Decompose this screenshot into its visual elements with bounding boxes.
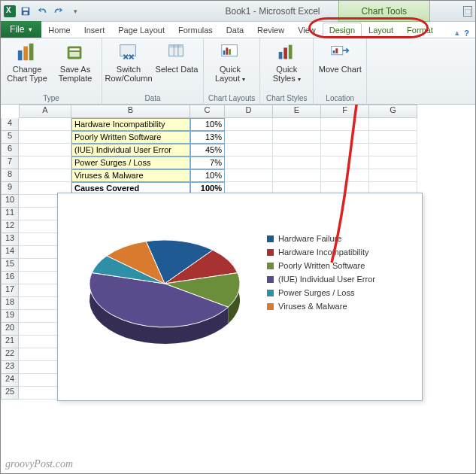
- cell[interactable]: 45%: [190, 144, 225, 156]
- switch-row-column-button[interactable]: Switch Row/Column: [107, 41, 150, 83]
- quick-layout-button[interactable]: Quick Layout ▾: [208, 41, 252, 84]
- cell[interactable]: (IUE) Individual User Error: [71, 144, 190, 156]
- cell[interactable]: [369, 131, 417, 144]
- col-header-D[interactable]: D: [225, 105, 273, 118]
- tab-formulas[interactable]: Formulas: [171, 23, 220, 38]
- row-header[interactable]: 4: [1, 118, 19, 131]
- cell[interactable]: [369, 156, 417, 169]
- save-as-template-button[interactable]: Save As Template: [53, 41, 97, 83]
- row-header[interactable]: 25: [1, 387, 19, 400]
- cell[interactable]: [273, 131, 321, 144]
- row-header[interactable]: 14: [1, 246, 19, 259]
- tab-review[interactable]: Review: [250, 23, 291, 38]
- cell[interactable]: [321, 144, 369, 156]
- redo-icon[interactable]: [52, 5, 65, 18]
- cell[interactable]: Power Surges / Loss: [71, 156, 190, 169]
- col-header-F[interactable]: F: [321, 105, 369, 118]
- row-header[interactable]: 15: [1, 259, 19, 272]
- row-header[interactable]: 22: [1, 348, 19, 361]
- cell[interactable]: [19, 144, 71, 156]
- tab-data[interactable]: Data: [220, 23, 250, 38]
- row-header[interactable]: 5: [1, 131, 19, 144]
- row-header[interactable]: 21: [1, 336, 19, 348]
- cell[interactable]: [273, 118, 321, 131]
- row-header[interactable]: 10: [1, 195, 19, 208]
- cell[interactable]: [19, 169, 71, 182]
- tab-layout[interactable]: Layout: [362, 23, 400, 38]
- row-header[interactable]: 20: [1, 323, 19, 336]
- cell[interactable]: Poorly Written Software: [71, 131, 190, 144]
- quick-styles-button[interactable]: Quick Styles ▾: [265, 41, 308, 84]
- col-header-G[interactable]: G: [369, 105, 417, 118]
- cell[interactable]: [225, 118, 273, 131]
- col-header-A[interactable]: A: [19, 105, 71, 118]
- legend-label: Poorly Written Software: [278, 261, 365, 270]
- tab-design[interactable]: Design: [323, 23, 362, 38]
- cell[interactable]: [273, 156, 321, 169]
- legend-swatch: [267, 263, 274, 269]
- cell[interactable]: [225, 144, 273, 156]
- cell[interactable]: [225, 169, 273, 182]
- cell[interactable]: [225, 131, 273, 144]
- cell[interactable]: [225, 156, 273, 169]
- pie-chart-svg: [82, 231, 247, 351]
- tab-home[interactable]: Home: [41, 23, 77, 38]
- help-icon[interactable]: ?: [464, 29, 469, 38]
- cell[interactable]: [321, 169, 369, 182]
- select-data-icon: [165, 41, 188, 63]
- cell[interactable]: [369, 169, 417, 182]
- cell[interactable]: Viruses & Malware: [71, 169, 190, 182]
- col-header-C[interactable]: C: [190, 105, 225, 118]
- worksheet-area[interactable]: A B C D E F G 45678910111213141516171819…: [1, 105, 475, 400]
- cell[interactable]: [321, 131, 369, 144]
- col-header-E[interactable]: E: [273, 105, 321, 118]
- minimize-ribbon-icon[interactable]: ▴: [455, 28, 459, 38]
- tab-view[interactable]: View: [291, 23, 323, 38]
- row-header[interactable]: 23: [1, 361, 19, 374]
- move-chart-button[interactable]: Move Chart: [318, 41, 362, 74]
- legend-item: Viruses & Malware: [267, 302, 414, 311]
- row-header[interactable]: 6: [1, 144, 19, 156]
- row-header[interactable]: 24: [1, 374, 19, 387]
- cell[interactable]: [19, 118, 71, 131]
- col-header-B[interactable]: B: [71, 105, 190, 118]
- svg-rect-8: [70, 52, 80, 57]
- cell[interactable]: [321, 156, 369, 169]
- row-header[interactable]: 17: [1, 284, 19, 297]
- cell[interactable]: 10%: [190, 169, 225, 182]
- select-data-button[interactable]: Select Data: [155, 41, 199, 74]
- cell[interactable]: [273, 169, 321, 182]
- cell[interactable]: [273, 144, 321, 156]
- row-header[interactable]: 7: [1, 156, 19, 169]
- cell[interactable]: [321, 118, 369, 131]
- row-header[interactable]: 9: [1, 182, 19, 195]
- row-header[interactable]: 8: [1, 169, 19, 182]
- cell[interactable]: Hardware Incompatibility: [71, 118, 190, 131]
- tab-insert[interactable]: Insert: [77, 23, 112, 38]
- save-icon[interactable]: [19, 5, 32, 18]
- row-header[interactable]: 16: [1, 272, 19, 284]
- group-label-layouts: Chart Layouts: [208, 94, 255, 104]
- template-icon: [64, 41, 86, 63]
- tab-page-layout[interactable]: Page Layout: [111, 23, 171, 38]
- change-chart-type-button[interactable]: Change Chart Type: [5, 41, 49, 83]
- row-header[interactable]: 13: [1, 233, 19, 246]
- file-tab[interactable]: File▾: [1, 21, 41, 38]
- cell[interactable]: 7%: [190, 156, 225, 169]
- cell[interactable]: [19, 131, 71, 144]
- row-header[interactable]: 19: [1, 310, 19, 323]
- row-header[interactable]: 18: [1, 297, 19, 310]
- cell[interactable]: [369, 118, 417, 131]
- row-header[interactable]: 12: [1, 220, 19, 233]
- undo-icon[interactable]: [35, 5, 49, 18]
- tab-format[interactable]: Format: [400, 23, 440, 38]
- cell[interactable]: 13%: [190, 131, 225, 144]
- cell[interactable]: [369, 144, 417, 156]
- svg-rect-20: [289, 45, 293, 59]
- cell[interactable]: [19, 156, 71, 169]
- embedded-chart[interactable]: Hardware FailureHardware Incompatibility…: [57, 193, 423, 401]
- qat-customize-icon[interactable]: ▾: [68, 5, 82, 18]
- restore-down-button[interactable]: ⬚: [463, 6, 472, 17]
- row-header[interactable]: 11: [1, 208, 19, 220]
- cell[interactable]: 10%: [190, 118, 225, 131]
